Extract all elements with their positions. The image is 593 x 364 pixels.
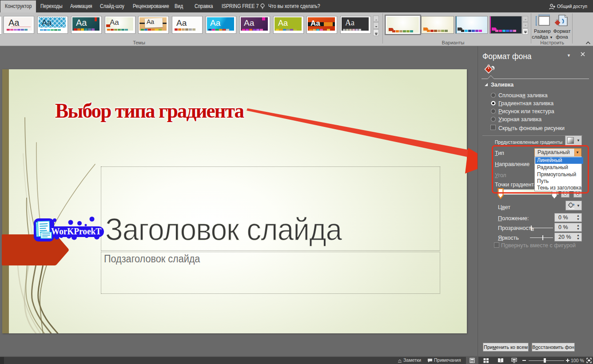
- svg-text:WorKProekT: WorKProekT: [51, 226, 101, 237]
